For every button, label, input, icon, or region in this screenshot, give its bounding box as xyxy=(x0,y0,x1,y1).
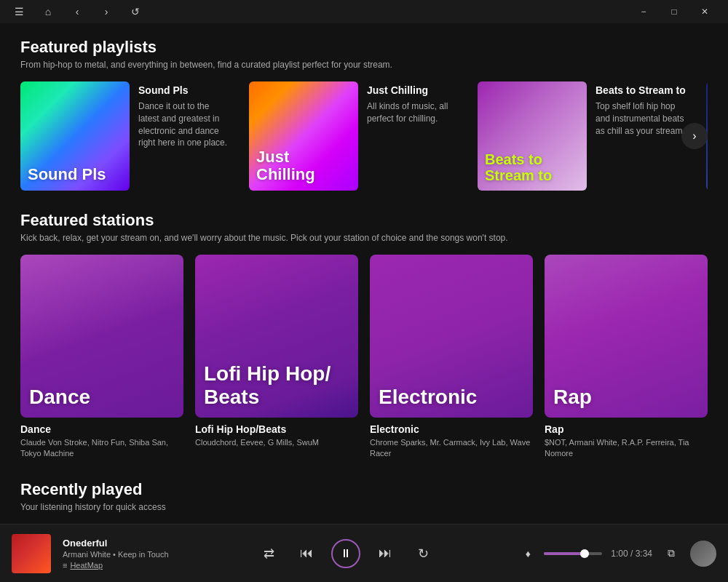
station-name-dance: Dance xyxy=(20,423,183,435)
featured-stations-title: Featured stations xyxy=(20,211,708,230)
repeat-button[interactable]: ↻ xyxy=(410,541,436,567)
forward-button[interactable]: › xyxy=(96,1,116,22)
playlist-info-beats-to-stream: Beats to Stream to Top shelf lofi hip ho… xyxy=(587,81,696,191)
playlist-desc-beats-to-stream: Top shelf lofi hip hop and instrumental … xyxy=(596,100,687,137)
station-card-rap[interactable]: Rap Rap $NOT, Armani White, R.A.P. Ferre… xyxy=(545,255,708,460)
play-pause-button[interactable]: ⏸ xyxy=(331,539,360,568)
back-icon: ‹ xyxy=(76,6,79,17)
minimize-icon: − xyxy=(641,7,646,17)
station-thumb-rap: Rap xyxy=(545,255,708,418)
refresh-icon: ↺ xyxy=(131,6,140,17)
home-icon: ⌂ xyxy=(45,6,51,17)
playlist-desc-just-chilling: All kinds of music, all perfect for chil… xyxy=(367,100,459,125)
playlist-card-sound-pls[interactable]: Sound Pls Sound Pls Dance it out to the … xyxy=(20,81,239,191)
volume-icon-button[interactable]: ♦ xyxy=(518,543,538,564)
now-playing-time: 1:00 / 3:34 xyxy=(611,549,652,559)
now-playing-playlist-link[interactable]: HeatMap xyxy=(70,561,103,570)
previous-button[interactable]: ⏮ xyxy=(293,541,320,567)
playlist-card-beats-to-stream[interactable]: Beats to Stream to Beats to Stream to To… xyxy=(478,81,696,191)
station-card-dance[interactable]: Dance Dance Claude Von Stroke, Nitro Fun… xyxy=(20,255,183,460)
stations-grid: Dance Dance Claude Von Stroke, Nitro Fun… xyxy=(20,255,708,460)
playlist-thumb-label-just-chilling: Just Chilling xyxy=(256,148,351,183)
menu-button[interactable]: ☰ xyxy=(9,1,29,22)
playlist-thumb-label-beats-to-stream: Beats to Stream to xyxy=(485,151,579,183)
station-artists-lofi: Cloudchord, Eevee, G Mills, SwuM xyxy=(195,437,358,448)
now-playing-controls: ⇄ ⏮ ⏸ ⏭ ↻ xyxy=(191,539,501,568)
volume-slider[interactable] xyxy=(544,552,602,555)
volume-icon: ♦ xyxy=(526,548,531,559)
station-name-rap: Rap xyxy=(545,423,708,435)
play-pause-icon: ⏸ xyxy=(340,547,352,560)
station-name-lofi: Lofi Hip Hop/Beats xyxy=(195,423,358,435)
playlist-title-just-chilling: Just Chilling xyxy=(367,84,459,96)
station-label-rap: Rap xyxy=(553,386,592,409)
now-playing-track-title: Onederful xyxy=(63,538,179,549)
time-current: 1:00 xyxy=(611,549,628,559)
repeat-icon: ↻ xyxy=(418,546,429,562)
station-thumb-dance: Dance xyxy=(20,255,183,418)
featured-stations-section: Featured stations Kick back, relax, get … xyxy=(20,211,708,460)
titlebar-left: ☰ ⌂ ‹ › ↺ xyxy=(9,1,146,22)
featured-playlists-row: Sound Pls Sound Pls Dance it out to the … xyxy=(20,81,708,191)
refresh-button[interactable]: ↺ xyxy=(125,1,146,22)
featured-playlists-title: Featured playlists xyxy=(20,38,708,57)
station-card-lofi[interactable]: Lofi Hip Hop/ Beats Lofi Hip Hop/Beats C… xyxy=(195,255,358,460)
menu-icon: ☰ xyxy=(15,6,24,17)
next-button[interactable]: ⏭ xyxy=(372,541,398,567)
shuffle-icon: ⇄ xyxy=(264,546,274,562)
close-icon: ✕ xyxy=(701,7,708,17)
home-button[interactable]: ⌂ xyxy=(38,1,58,22)
playlist-title-beats-to-stream: Beats to Stream to xyxy=(596,84,687,96)
recently-played-subtitle: Your listening history for quick access xyxy=(20,502,708,512)
main-content: Featured playlists From hip-hop to metal… xyxy=(0,23,728,524)
back-button[interactable]: ‹ xyxy=(67,1,87,22)
playlist-card-just-chilling[interactable]: Just Chilling Just Chilling All kinds of… xyxy=(249,81,467,191)
station-label-electronic: Electronic xyxy=(379,386,477,409)
station-label-lofi: Lofi Hip Hop/ Beats xyxy=(204,362,349,409)
playlist-thumb-just-chilling: Just Chilling xyxy=(249,81,358,191)
pip-button[interactable]: ⧉ xyxy=(661,543,681,564)
carousel-next-button[interactable]: › xyxy=(681,123,708,149)
now-playing-track-artist: Armani White • Keep in Touch xyxy=(63,550,179,559)
playlist-thumb-beats-to-stream: Beats to Stream to xyxy=(478,81,587,191)
station-card-electronic[interactable]: Electronic Electronic Chrome Sparks, Mr.… xyxy=(370,255,533,460)
volume-control: ♦ xyxy=(518,543,602,564)
volume-thumb xyxy=(580,549,589,558)
recently-played-title: Recently played xyxy=(20,480,708,499)
maximize-icon: □ xyxy=(671,7,676,17)
playlist-info-just-chilling: Just Chilling All kinds of music, all pe… xyxy=(358,81,467,191)
pip-icon: ⧉ xyxy=(668,547,675,559)
station-thumb-lofi: Lofi Hip Hop/ Beats xyxy=(195,255,358,418)
featured-playlists-carousel: Sound Pls Sound Pls Dance it out to the … xyxy=(20,81,708,191)
playlist-thumb-label-sound-pls: Sound Pls xyxy=(28,166,106,183)
maximize-button[interactable]: □ xyxy=(660,0,689,23)
next-icon: ⏭ xyxy=(379,546,392,561)
station-artists-rap: $NOT, Armani White, R.A.P. Ferreira, Tia… xyxy=(545,437,708,460)
now-playing-right: ♦ 1:00 / 3:34 ⧉ xyxy=(513,541,716,567)
now-playing-playlist-tag: ≡ HeatMap xyxy=(63,561,179,570)
featured-stations-subtitle: Kick back, relax, get your stream on, an… xyxy=(20,233,708,243)
volume-fill xyxy=(544,552,585,555)
shuffle-button[interactable]: ⇄ xyxy=(256,541,282,567)
station-name-electronic: Electronic xyxy=(370,423,533,435)
minimize-button[interactable]: − xyxy=(629,0,658,23)
station-artists-dance: Claude Von Stroke, Nitro Fun, Shiba San,… xyxy=(20,437,183,460)
previous-icon: ⏮ xyxy=(300,546,313,561)
close-button[interactable]: ✕ xyxy=(690,0,719,23)
now-playing-track-info: Onederful Armani White • Keep in Touch ≡… xyxy=(63,538,179,570)
playlist-thumb-sound-pls: Sound Pls xyxy=(20,81,130,191)
now-playing-bar: Onederful Armani White • Keep in Touch ≡… xyxy=(0,524,728,582)
window-controls: − □ ✕ xyxy=(629,0,719,23)
recently-played-section: Recently played Your listening history f… xyxy=(20,480,708,524)
featured-playlists-section: Featured playlists From hip-hop to metal… xyxy=(20,38,708,191)
station-thumb-electronic: Electronic xyxy=(370,255,533,418)
user-avatar[interactable] xyxy=(690,541,716,567)
carousel-next-icon: › xyxy=(692,129,696,143)
station-label-dance: Dance xyxy=(29,386,90,409)
station-artists-electronic: Chrome Sparks, Mr. Carmack, Ivy Lab, Wav… xyxy=(370,437,533,460)
forward-icon: › xyxy=(105,6,108,17)
now-playing-album-art xyxy=(12,534,51,573)
playlist-info-sound-pls: Sound Pls Dance it out to the latest and… xyxy=(130,81,239,191)
playlist-title-sound-pls: Sound Pls xyxy=(138,84,230,96)
playlist-tag-icon: ≡ xyxy=(63,561,67,570)
